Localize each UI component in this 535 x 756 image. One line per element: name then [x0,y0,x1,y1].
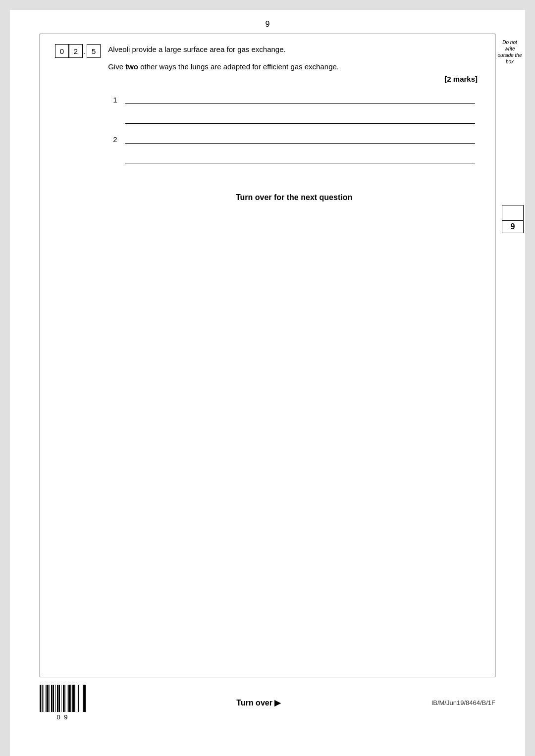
num-cell-0: 0 [55,44,69,58]
turn-over-bottom: Turn over ▶ [236,698,280,707]
give-two-prefix: Give [108,62,125,71]
exam-page: 9 Do not write outside the box 9 0 2 . 5… [10,10,525,756]
barcode-text: 0 9 [56,713,68,721]
barcode: 0 9 [40,685,86,721]
num-cell-5: 5 [87,44,101,58]
answer-2-num: 2 [113,135,120,144]
turn-over-center: Turn over for the next question [108,193,480,202]
question-number-box: 0 2 . 5 [55,44,101,58]
answer-1-extra-line [125,113,475,124]
page-number-top: 9 [10,10,525,34]
answer-1-row: 1 [113,93,475,104]
give-two-bold: two [125,62,138,71]
give-two-suffix: other ways the lungs are adapted for eff… [138,62,339,71]
score-box-number: 9 [502,221,524,233]
score-box-upper [502,205,524,221]
answer-2-extra-line [125,152,475,163]
answer-1-line [125,93,475,104]
main-content-box: Do not write outside the box 9 0 2 . 5 A… [40,34,495,677]
score-box: 9 [502,205,524,233]
answer-2-row: 2 [113,133,475,144]
answer-lines-block: 1 2 [113,93,475,163]
question-text-block: Alveoli provide a large surface area for… [108,44,480,202]
answer-2-line [125,133,475,144]
bottom-area: 0 9 Turn over ▶ IB/M/Jun19/8464/B/1F [10,677,525,726]
answer-1-num: 1 [113,96,120,104]
num-cell-2: 2 [69,44,83,58]
give-two-line: Give two other ways the lungs are adapte… [108,61,480,73]
copyright-text: IB/M/Jun19/8464/B/1F [431,699,495,706]
do-not-write-label: Do not write outside the box [497,39,522,65]
marks-label: [2 marks] [108,75,480,83]
dot-separator: . [83,44,87,58]
question-row: 0 2 . 5 Alveoli provide a large surface … [55,44,480,202]
alveoli-line: Alveoli provide a large surface area for… [108,44,480,55]
barcode-bars [40,685,86,712]
